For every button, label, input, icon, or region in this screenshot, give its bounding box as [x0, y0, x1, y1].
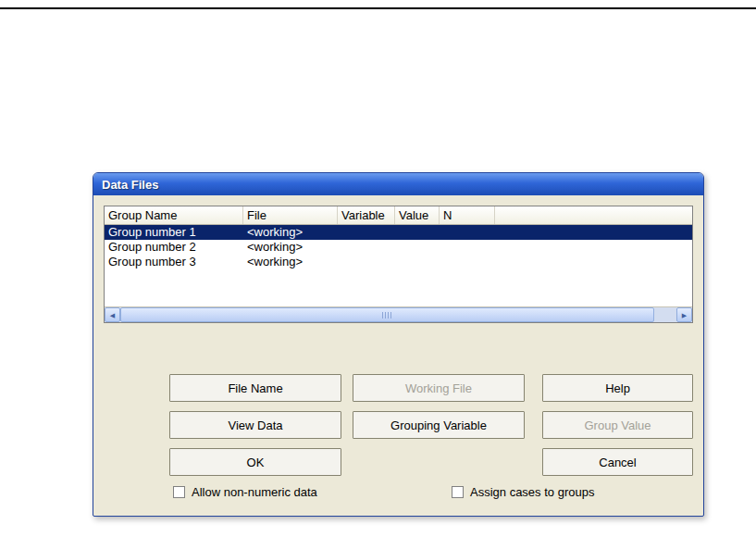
horizontal-scrollbar[interactable]: ◀ ▶ — [105, 306, 692, 322]
scrollbar-track[interactable] — [120, 307, 676, 322]
cell-value — [395, 255, 440, 269]
assign-cases-label: Assign cases to groups — [470, 485, 594, 499]
cell-variable — [338, 225, 395, 240]
cell-n — [440, 240, 495, 255]
column-header-group-name[interactable]: Group Name — [105, 206, 243, 224]
right-arrow-icon: ▶ — [682, 312, 687, 318]
cell-n — [440, 255, 495, 269]
column-header-value[interactable]: Value — [395, 206, 440, 224]
data-files-dialog: Data Files Group Name File Variable Valu… — [93, 172, 704, 517]
group-value-button: Group Value — [542, 411, 693, 439]
column-header-filler — [495, 206, 692, 224]
cell-variable — [338, 255, 395, 269]
scroll-right-button[interactable]: ▶ — [676, 307, 692, 322]
groups-listview[interactable]: Group Name File Variable Value N Group n… — [104, 206, 693, 323]
cell-value — [395, 240, 440, 255]
cell-group-name: Group number 2 — [105, 240, 243, 255]
dialog-titlebar[interactable]: Data Files — [93, 173, 703, 195]
page-background: Data Files Group Name File Variable Valu… — [0, 0, 756, 537]
scrollbar-thumb[interactable] — [120, 307, 654, 322]
cell-file: <working> — [243, 255, 338, 269]
column-header-n[interactable]: N — [440, 206, 495, 224]
list-row-group-2[interactable]: Group number 2 <working> — [105, 240, 692, 255]
left-arrow-icon: ◀ — [110, 312, 115, 318]
dialog-client-area: Group Name File Variable Value N Group n… — [93, 195, 703, 516]
cancel-button[interactable]: Cancel — [542, 448, 693, 476]
canvas-top-border — [0, 7, 756, 9]
working-file-button: Working File — [353, 374, 525, 402]
checkbox-assign-cases[interactable]: Assign cases to groups — [452, 485, 594, 499]
allow-non-numeric-label: Allow non-numeric data — [192, 485, 317, 499]
cell-value — [395, 225, 440, 240]
column-header-file[interactable]: File — [243, 206, 338, 224]
dialog-title: Data Files — [102, 178, 158, 192]
grouping-variable-button[interactable]: Grouping Variable — [353, 411, 525, 439]
assign-cases-checkbox-box[interactable] — [452, 486, 464, 498]
file-name-button[interactable]: File Name — [169, 374, 341, 402]
cell-variable — [338, 240, 395, 255]
help-button[interactable]: Help — [542, 374, 693, 402]
cell-file: <working> — [243, 240, 338, 255]
scrollbar-grip-icon — [382, 312, 392, 318]
scroll-left-button[interactable]: ◀ — [105, 307, 120, 322]
column-header-variable[interactable]: Variable — [338, 206, 395, 224]
allow-non-numeric-checkbox-box[interactable] — [173, 486, 185, 498]
list-row-group-1[interactable]: Group number 1 <working> — [105, 225, 692, 240]
cell-group-name: Group number 1 — [105, 225, 243, 240]
cell-group-name: Group number 3 — [105, 255, 243, 269]
listview-body: Group number 1 <working> Group number 2 … — [105, 225, 692, 269]
view-data-button[interactable]: View Data — [169, 411, 341, 439]
checkbox-allow-non-numeric[interactable]: Allow non-numeric data — [173, 485, 317, 499]
listview-header: Group Name File Variable Value N — [105, 206, 692, 225]
list-row-group-3[interactable]: Group number 3 <working> — [105, 255, 692, 269]
cell-n — [440, 225, 495, 240]
cell-file: <working> — [243, 225, 338, 240]
ok-button[interactable]: OK — [169, 448, 341, 476]
